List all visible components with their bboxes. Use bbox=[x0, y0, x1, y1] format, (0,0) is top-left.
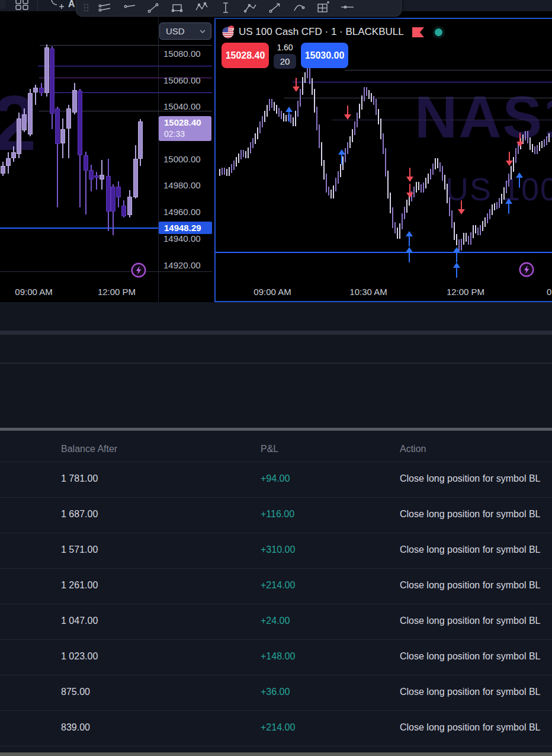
order-panel: 15028.40 1.60 20 15030.00 bbox=[222, 43, 348, 69]
table-row[interactable]: 1 261.00+214.00Close long position for s… bbox=[0, 568, 552, 604]
parallel-channel-icon[interactable] bbox=[92, 0, 116, 15]
table-row[interactable]: 1 047.00+24.00Close long position for sy… bbox=[0, 604, 552, 640]
arrow-part bbox=[505, 198, 512, 204]
price-axis-label: 15040.00 bbox=[163, 101, 211, 112]
vertical-line-icon[interactable] bbox=[213, 0, 238, 15]
price-bar bbox=[435, 158, 436, 169]
price-bar bbox=[229, 167, 230, 176]
buy-signal-arrow bbox=[516, 172, 523, 188]
cell-act: Close long position for symbol BL bbox=[400, 687, 540, 697]
sell-signal-arrow bbox=[458, 200, 465, 216]
rectangle-icon[interactable] bbox=[165, 0, 189, 15]
sell-signal-arrow bbox=[516, 133, 524, 148]
price-bar bbox=[439, 162, 441, 172]
buy-signal-arrow bbox=[406, 247, 413, 262]
trend-line-icon[interactable] bbox=[140, 0, 165, 15]
col-pnl: P&L bbox=[261, 444, 278, 454]
drag-handle-icon[interactable] bbox=[81, 0, 91, 15]
price-bar bbox=[492, 204, 493, 215]
cell-bal: 1 047.00 bbox=[61, 616, 98, 626]
buy-signal-arrow bbox=[406, 231, 413, 246]
sell-signal-arrow bbox=[406, 184, 413, 199]
price-bar bbox=[482, 221, 483, 231]
candle-body bbox=[55, 108, 60, 144]
price-bar bbox=[238, 153, 239, 163]
cell-bal: 1 023.00 bbox=[61, 651, 98, 662]
table-row[interactable]: 1 023.00+148.00Close long position for s… bbox=[0, 639, 552, 675]
spread-column: 1.60 20 bbox=[271, 43, 299, 69]
price-bar bbox=[425, 178, 426, 188]
candle-wick bbox=[96, 172, 97, 190]
current-price-line bbox=[0, 228, 158, 229]
cell-act: Close long position for symbol BL bbox=[400, 473, 540, 484]
price-bar bbox=[489, 209, 490, 220]
panel-corner bbox=[0, 0, 6, 9]
table-row[interactable]: 839.00+214.00Close long position for sym… bbox=[0, 710, 552, 747]
spread-value: 1.60 bbox=[277, 43, 293, 53]
price-bar bbox=[480, 225, 481, 235]
gann-box-icon[interactable] bbox=[310, 0, 335, 15]
price-bar bbox=[447, 184, 448, 203]
table-row[interactable]: 1 687.00+116.00Close long position for s… bbox=[0, 497, 552, 533]
price-bar bbox=[335, 178, 336, 191]
price-bar bbox=[319, 124, 320, 148]
instant-order-icon[interactable] bbox=[130, 262, 147, 278]
chart-header: US 100 Cash CFD · 1 · BLACKBULL bbox=[222, 25, 442, 39]
arrow-part bbox=[409, 252, 410, 262]
price-axis-label: 14980.00 bbox=[163, 180, 211, 191]
buy-button[interactable]: 15030.00 bbox=[301, 43, 348, 68]
price-bar bbox=[283, 113, 284, 121]
price-axis-label: 14960.00 bbox=[163, 207, 211, 217]
sell-button[interactable]: 15028.40 bbox=[222, 43, 269, 68]
price-bar bbox=[312, 78, 313, 95]
cell-pnl: +214.00 bbox=[261, 580, 295, 591]
countdown-price: 15028.40 bbox=[164, 116, 211, 129]
cell-pnl: +148.00 bbox=[261, 651, 295, 662]
candle-body bbox=[133, 159, 138, 197]
flagged-icon[interactable] bbox=[412, 27, 424, 37]
price-bar bbox=[357, 113, 358, 127]
instant-order-icon[interactable] bbox=[518, 261, 535, 278]
price-bar bbox=[487, 213, 488, 223]
arrow-ray-icon[interactable] bbox=[262, 0, 286, 15]
table-row[interactable]: 1 571.00+310.00Close long position for s… bbox=[0, 533, 552, 569]
price-bar bbox=[257, 127, 258, 139]
cell-pnl: +116.00 bbox=[261, 509, 294, 520]
buy-signal-arrow bbox=[453, 262, 460, 278]
layout-grid-icon[interactable] bbox=[14, 0, 30, 11]
horizontal-scrollbar[interactable] bbox=[0, 752, 552, 756]
panel-divider[interactable] bbox=[0, 331, 552, 335]
price-bar bbox=[437, 158, 438, 168]
price-bar bbox=[402, 213, 403, 229]
arrow-part bbox=[406, 193, 413, 198]
col-action: Action bbox=[400, 444, 426, 454]
price-level-line bbox=[332, 120, 552, 120]
panel-divider-thin bbox=[0, 363, 552, 364]
price-bar bbox=[527, 131, 528, 143]
horizontal-ray-icon[interactable] bbox=[335, 0, 359, 15]
arrow-part bbox=[341, 155, 343, 165]
lot-size-box[interactable]: 20 bbox=[274, 54, 296, 69]
text-tool-icon[interactable]: A bbox=[68, 0, 75, 9]
path-icon[interactable] bbox=[238, 0, 262, 15]
currency-dropdown-value: USD bbox=[166, 26, 200, 36]
right-chart-watermark-symbol: NAS100 bbox=[415, 83, 552, 151]
price-bar bbox=[316, 107, 317, 130]
price-bar bbox=[494, 203, 495, 210]
price-bar bbox=[380, 118, 381, 139]
price-bar bbox=[361, 95, 362, 110]
candle-body bbox=[116, 187, 121, 197]
table-row[interactable]: 1 781.00+94.00Close long position for sy… bbox=[0, 462, 552, 498]
price-bar bbox=[390, 193, 391, 213]
magnet-add-icon[interactable] bbox=[50, 0, 68, 11]
price-bar bbox=[328, 187, 329, 196]
arrow-part bbox=[519, 178, 521, 188]
currency-dropdown[interactable]: USD bbox=[159, 23, 211, 40]
xabcd-pattern-icon[interactable] bbox=[189, 0, 213, 15]
horizontal-line-icon[interactable] bbox=[116, 0, 140, 15]
table-row[interactable]: 875.00+36.00Close long position for symb… bbox=[0, 675, 552, 711]
curve-icon[interactable] bbox=[286, 0, 310, 15]
cell-pnl: +36.00 bbox=[261, 687, 290, 697]
time-axis-label: 12:00 PM bbox=[447, 287, 484, 297]
arrow-part bbox=[338, 149, 345, 155]
